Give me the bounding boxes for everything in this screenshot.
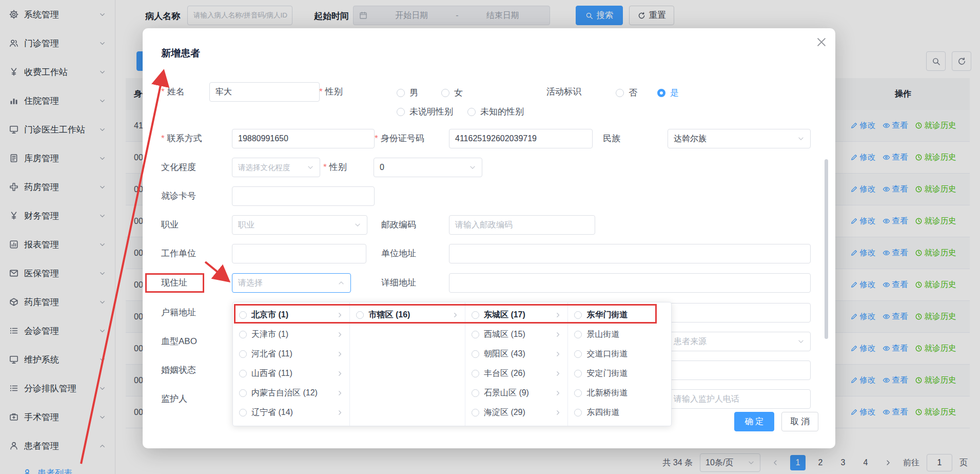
chevron-down-icon [797, 338, 805, 345]
radio-icon[interactable] [356, 311, 364, 319]
cascader-option[interactable]: 东华门街道 [568, 305, 671, 325]
chevron-right-icon [337, 390, 343, 396]
radio-icon [397, 89, 405, 97]
cascader-option[interactable]: 东四街道 [568, 403, 671, 422]
patient-source-select[interactable]: 患者来源 [668, 332, 811, 351]
radio-icon[interactable] [574, 409, 582, 416]
guardian-phone-input[interactable]: 请输入监护人电话 [668, 389, 811, 409]
radio-icon[interactable] [472, 350, 479, 358]
ethnicity-select[interactable]: 达斡尔族 [668, 129, 811, 148]
radio-icon[interactable] [472, 311, 479, 319]
cascader-column: 东城区 (17) 西城区 (15) 朝阳区 (43) 丰台区 (26) 石景山区 [465, 302, 569, 426]
active-flag-radio-yes[interactable]: 是 [657, 87, 679, 99]
contact-input[interactable]: 19880991650 [232, 129, 375, 148]
cascader-option[interactable]: 安定门街道 [568, 364, 671, 383]
household-address-label: 户籍地址 [161, 308, 196, 318]
cascader-option[interactable]: 北新桥街道 [568, 383, 671, 403]
chevron-right-icon [555, 390, 561, 396]
gender-radio-male[interactable]: 男 [397, 87, 418, 99]
radio-icon[interactable] [574, 331, 582, 338]
occupation-label: 职业 [161, 220, 179, 230]
postal-code-input[interactable]: 请输入邮政编码 [449, 215, 595, 235]
current-address-cascader[interactable]: 请选择 [232, 273, 351, 293]
cascader-option[interactable]: 海淀区 (29) [465, 403, 568, 422]
radio-icon[interactable] [239, 350, 247, 358]
radio-icon[interactable] [239, 311, 247, 319]
cascader-option[interactable]: 天津市 (1) [233, 325, 349, 344]
cascader-option[interactable]: 山西省 (11) [233, 364, 349, 383]
radio-selected-icon [657, 89, 665, 97]
name-input[interactable]: 牢大 [209, 82, 320, 102]
radio-icon[interactable] [239, 370, 247, 377]
radio-icon [441, 89, 449, 97]
marital-status-input[interactable] [668, 361, 811, 380]
education-label: 文化程度 [161, 162, 196, 173]
gender-radio-unstated[interactable]: 未说明性别 [397, 106, 453, 118]
gender-label: 性别 [319, 87, 343, 97]
cascader-option[interactable]: 石景山区 (9) [465, 383, 568, 403]
radio-icon[interactable] [574, 311, 582, 319]
chevron-right-icon [337, 351, 343, 357]
confirm-button[interactable]: 确 定 [734, 412, 774, 431]
cascader-option[interactable]: 辽宁省 (14) [233, 403, 349, 422]
cascader-option[interactable]: 景山街道 [568, 325, 671, 344]
work-unit-input[interactable] [232, 244, 366, 263]
radio-icon[interactable] [239, 409, 247, 416]
gender-radio-unknown[interactable]: 未知的性别 [467, 106, 524, 118]
gender-radio-female[interactable]: 女 [441, 87, 463, 99]
detail-address-label: 详细地址 [381, 278, 416, 288]
close-icon[interactable] [816, 36, 827, 48]
occupation-select[interactable]: 职业 [232, 215, 367, 235]
radio-icon[interactable] [239, 331, 247, 338]
postal-code-label: 邮政编码 [381, 220, 416, 230]
chevron-right-icon [555, 331, 561, 338]
education-select[interactable]: 请选择文化程度 [232, 158, 320, 177]
unit-address-input[interactable] [449, 244, 811, 263]
radio-icon[interactable] [472, 331, 479, 338]
blood-abo-label: 血型ABO [161, 336, 197, 347]
cancel-button[interactable]: 取 消 [781, 412, 818, 431]
radio-icon[interactable] [574, 350, 582, 358]
modal-scrollbar[interactable] [825, 159, 828, 339]
chevron-right-icon [452, 312, 459, 318]
address-cascader-panel: 北京市 (1) 天津市 (1) 河北省 (11) 山西省 (11) 内蒙古自治区 [232, 302, 672, 426]
cascader-column: 东华门街道 景山街道 交道口街道 安定门街道 北新桥街道 [568, 302, 671, 426]
contact-label: 联系方式 [161, 134, 202, 144]
unit-address-label: 单位地址 [381, 249, 416, 259]
gender2-select[interactable]: 0 [374, 158, 482, 177]
id-number-input[interactable]: 411625192602039719 [449, 129, 593, 148]
chevron-right-icon [337, 331, 343, 338]
active-flag-radio-no[interactable]: 否 [616, 87, 637, 99]
cascader-option[interactable]: 河北省 (11) [233, 344, 349, 364]
cascader-option[interactable]: 西城区 (15) [465, 325, 568, 344]
chevron-down-icon [307, 164, 314, 171]
cascader-option[interactable]: 交道口街道 [568, 344, 671, 364]
marital-status-label: 婚姻状态 [161, 365, 196, 375]
card-no-label: 就诊卡号 [161, 191, 196, 201]
cascader-option[interactable]: 市辖区 (16) [350, 305, 464, 325]
work-unit-label: 工作单位 [161, 249, 196, 259]
radio-icon[interactable] [574, 370, 582, 377]
card-no-input[interactable] [232, 186, 375, 206]
radio-icon[interactable] [472, 389, 479, 397]
chevron-down-icon [354, 221, 361, 229]
cascader-option[interactable]: 北京市 (1) [233, 305, 349, 325]
cascader-option[interactable]: 朝阳区 (43) [465, 344, 568, 364]
id-number-label: 身份证号码 [375, 134, 424, 144]
radio-icon[interactable] [472, 370, 479, 377]
active-flag-label: 活动标识 [546, 87, 581, 97]
cascader-option[interactable]: 内蒙古自治区 (12) [233, 383, 349, 403]
household-address-input[interactable] [668, 303, 811, 323]
radio-icon[interactable] [472, 409, 479, 416]
radio-icon [467, 108, 476, 116]
radio-icon[interactable] [239, 389, 247, 397]
detail-address-input[interactable] [449, 273, 811, 293]
cascader-option[interactable]: 丰台区 (26) [465, 364, 568, 383]
app-root: 系统管理 门诊管理 收费工作站 住院管理 门诊医生工作站 库房管理 药房管理 财… [0, 0, 980, 474]
chevron-right-icon [555, 409, 561, 416]
radio-icon [616, 89, 624, 97]
radio-icon[interactable] [574, 389, 582, 397]
chevron-right-icon [555, 370, 561, 377]
chevron-right-icon [337, 370, 343, 377]
cascader-option[interactable]: 东城区 (17) [465, 305, 568, 325]
